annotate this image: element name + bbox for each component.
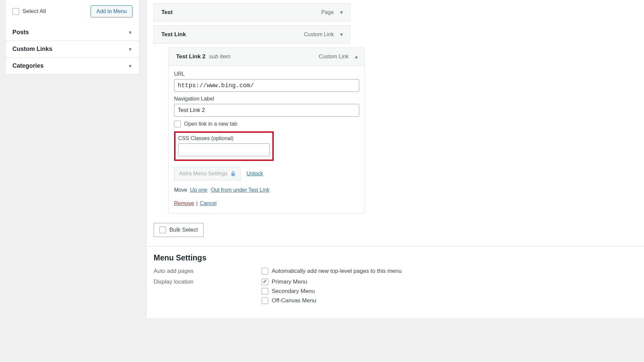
url-label: URL bbox=[174, 71, 359, 77]
sidebar-panel-categories[interactable]: Categories ▼ bbox=[6, 58, 139, 74]
add-to-menu-button[interactable]: Add to Menu bbox=[91, 5, 132, 17]
secondary-menu-label: Secondary Menu bbox=[272, 288, 315, 295]
auto-add-pages-opt-label: Automatically add new top-level pages to… bbox=[272, 268, 401, 275]
panel-title: Custom Links bbox=[12, 46, 52, 53]
menu-item-type: Custom Link bbox=[319, 54, 348, 60]
menu-item-type: Custom Link bbox=[304, 32, 334, 38]
menu-item-type: Page bbox=[321, 9, 334, 15]
sidebar-panel-custom-links[interactable]: Custom Links ▼ bbox=[6, 41, 139, 58]
sub-item-badge: sub item bbox=[209, 53, 230, 60]
astra-settings-label: Astra Menu Settings bbox=[179, 171, 227, 177]
panel-title: Categories bbox=[12, 62, 44, 69]
select-all-row: Select All Add to Menu bbox=[6, 0, 139, 24]
astra-settings-badge: Astra Menu Settings bbox=[174, 167, 240, 180]
sidebar-panel-posts[interactable]: Posts ▼ bbox=[6, 24, 139, 41]
chevron-down-icon: ▼ bbox=[128, 47, 132, 52]
cancel-link[interactable]: Cancel bbox=[200, 200, 217, 206]
lock-icon bbox=[231, 171, 235, 176]
panel-title: Posts bbox=[12, 29, 29, 36]
chevron-down-icon[interactable]: ▼ bbox=[339, 32, 344, 37]
select-all-label: Select All bbox=[22, 8, 46, 15]
new-tab-checkbox[interactable] bbox=[174, 121, 181, 127]
secondary-menu-checkbox[interactable] bbox=[262, 288, 268, 295]
chevron-down-icon[interactable]: ▼ bbox=[339, 10, 344, 15]
unlock-link[interactable]: Unlock bbox=[247, 171, 263, 177]
sidebar-add-items: Select All Add to Menu Posts ▼ Custom Li… bbox=[0, 0, 140, 318]
bulk-select-label: Bulk Select bbox=[169, 227, 198, 233]
css-classes-label: CSS Classes (optional) bbox=[178, 135, 270, 141]
bulk-select[interactable]: Bulk Select bbox=[154, 223, 204, 237]
move-prefix: Move bbox=[174, 187, 187, 193]
chevron-up-icon[interactable]: ▲ bbox=[354, 54, 359, 59]
bulk-select-checkbox[interactable] bbox=[159, 227, 166, 233]
menu-settings-title: Menu Settings bbox=[154, 253, 644, 262]
divider bbox=[147, 246, 644, 247]
off-canvas-menu-label: Off-Canvas Menu bbox=[272, 297, 316, 304]
primary-menu-label: Primary Menu bbox=[272, 279, 307, 285]
menu-item-test-link-2[interactable]: Test Link 2 sub item Custom Link ▲ bbox=[168, 48, 365, 66]
menu-item-edit-panel: URL Navigation Label Open link in a new … bbox=[168, 66, 365, 214]
menu-item-title: Test Link 2 bbox=[176, 53, 206, 60]
move-out-from-link[interactable]: Out from under Test Link bbox=[211, 187, 270, 193]
select-all-checkbox[interactable] bbox=[12, 8, 19, 15]
auto-add-pages-checkbox[interactable] bbox=[262, 268, 268, 275]
url-input[interactable] bbox=[174, 79, 359, 92]
off-canvas-menu-checkbox[interactable] bbox=[262, 297, 268, 304]
nav-label-label: Navigation Label bbox=[174, 96, 359, 102]
css-classes-highlight: CSS Classes (optional) bbox=[174, 131, 274, 161]
primary-menu-checkbox[interactable] bbox=[262, 279, 268, 285]
chevron-down-icon: ▼ bbox=[128, 63, 132, 69]
move-up-one-link[interactable]: Up one bbox=[190, 187, 208, 193]
menu-item-test-link[interactable]: Test Link Custom Link ▼ bbox=[154, 25, 350, 44]
auto-add-pages-label: Auto add pages bbox=[154, 268, 262, 275]
menu-item-title: Test Link bbox=[161, 31, 186, 38]
menu-structure: Test Page ▼ Test Link Custom Link ▼ Test… bbox=[147, 0, 644, 318]
display-location-label: Display location bbox=[154, 279, 262, 285]
nav-label-input[interactable] bbox=[174, 104, 359, 117]
css-classes-input[interactable] bbox=[178, 143, 270, 156]
menu-item-test[interactable]: Test Page ▼ bbox=[154, 3, 350, 21]
new-tab-label: Open link in a new tab bbox=[184, 121, 237, 127]
menu-item-title: Test bbox=[161, 9, 173, 16]
remove-link[interactable]: Remove bbox=[174, 200, 194, 206]
separator: | bbox=[196, 200, 198, 206]
chevron-down-icon: ▼ bbox=[128, 30, 132, 35]
